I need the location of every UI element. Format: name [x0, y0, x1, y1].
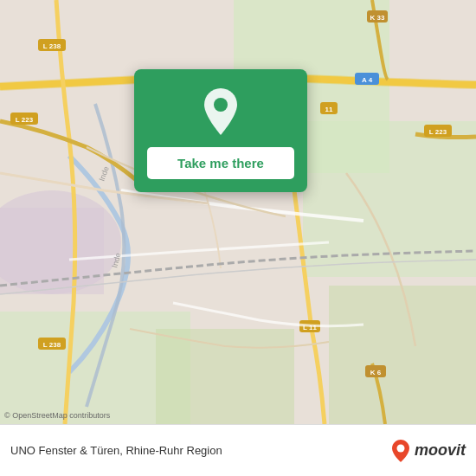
svg-text:A 4: A 4	[362, 76, 373, 84]
svg-text:K 33: K 33	[370, 14, 385, 22]
location-name: UNO Fenster & Türen, Rhine-Ruhr Region	[10, 444, 222, 457]
take-me-there-button[interactable]: Take me there	[147, 147, 294, 179]
svg-text:K 6: K 6	[370, 369, 382, 376]
svg-point-32	[396, 444, 404, 452]
location-pin-icon	[200, 87, 241, 137]
map-background: A 4 A 4 L 238 L 238 L 223 L 223 11 L 11 …	[0, 0, 476, 424]
moovit-logo: moovit	[390, 439, 466, 463]
svg-text:L 238: L 238	[43, 341, 61, 349]
svg-text:© OpenStreetMap contributors: © OpenStreetMap contributors	[4, 411, 111, 420]
svg-text:L 223: L 223	[429, 128, 447, 136]
map-container: A 4 A 4 L 238 L 238 L 223 L 223 11 L 11 …	[0, 0, 476, 424]
svg-text:L 238: L 238	[43, 42, 61, 50]
svg-text:11: 11	[325, 106, 333, 113]
location-card: Take me there	[134, 69, 307, 192]
moovit-pin-icon	[390, 439, 411, 463]
svg-point-31	[214, 98, 228, 112]
bottom-bar: UNO Fenster & Türen, Rhine-Ruhr Region m…	[0, 424, 476, 476]
svg-text:L 223: L 223	[16, 116, 34, 124]
moovit-brand-text: moovit	[415, 441, 466, 460]
svg-rect-5	[329, 286, 476, 424]
svg-rect-4	[156, 329, 294, 424]
